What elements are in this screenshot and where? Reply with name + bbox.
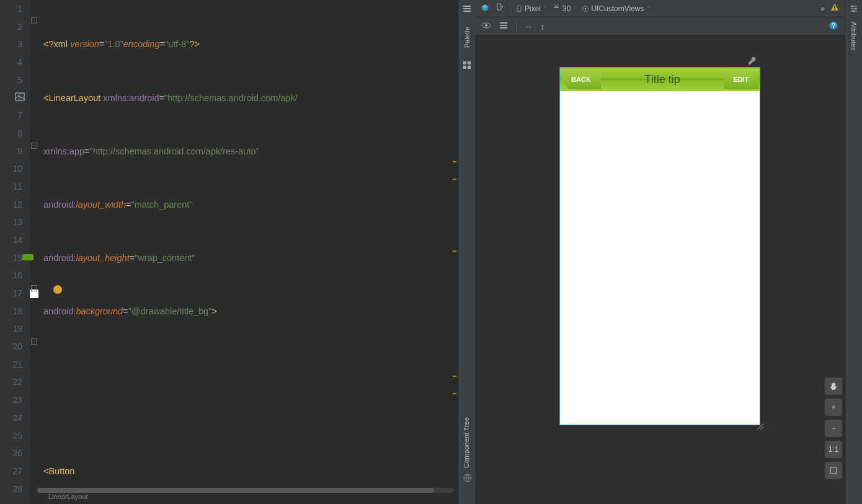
line-number: 15	[0, 249, 30, 267]
line-number: 17	[0, 285, 30, 303]
zoom-controls: + − 1:1	[825, 378, 842, 479]
design-view-toolbar: ↔ ↕ ?	[475, 17, 845, 36]
zoom-in-button[interactable]: +	[825, 399, 842, 416]
svg-rect-5	[497, 4, 501, 10]
svg-point-24	[851, 6, 853, 7]
device-preview[interactable]: BACK Title tip EDIT	[559, 67, 760, 425]
view-options-icon[interactable]	[481, 20, 491, 32]
design-surface-icon[interactable]	[480, 2, 490, 14]
breadcrumb[interactable]: LinearLayout	[0, 493, 458, 504]
svg-text:?: ?	[832, 22, 835, 29]
design-canvas[interactable]: BACK Title tip EDIT + − 1:1	[475, 36, 845, 504]
palette-label[interactable]: Palette	[463, 27, 471, 48]
svg-rect-1	[463, 61, 466, 64]
attributes-tool-strip: Attributes	[845, 0, 862, 504]
blueprint-icon[interactable]	[499, 20, 509, 32]
component-tree-tab[interactable]: Component Tree	[460, 390, 475, 489]
line-number: 12	[0, 196, 30, 214]
device-picker[interactable]: Pixel	[515, 4, 547, 14]
horizontal-arrows-icon[interactable]: ↔	[524, 22, 533, 32]
line-number: 27	[0, 462, 30, 480]
line-number: 24	[0, 409, 30, 427]
svg-rect-19	[500, 27, 507, 29]
line-gutter: 1 2 3 4 5 6 7 8 9 10 11 12 13 14 15 16 1…	[0, 0, 30, 504]
line-number: 22	[0, 373, 30, 391]
line-number: 3	[0, 35, 30, 53]
back-button[interactable]: BACK	[561, 69, 601, 89]
svg-point-26	[852, 11, 854, 12]
svg-rect-3	[463, 66, 466, 69]
line-number: 10	[0, 160, 30, 178]
edit-button[interactable]: EDIT	[724, 69, 758, 89]
resize-handle-icon[interactable]	[755, 420, 765, 430]
line-number: 19	[0, 320, 30, 338]
fold-column: − − − −	[30, 0, 40, 504]
line-number: 26	[0, 444, 30, 462]
svg-point-16	[485, 24, 487, 27]
help-icon[interactable]: ?	[829, 20, 838, 33]
api-picker[interactable]: 30	[552, 2, 577, 14]
fold-toggle[interactable]: −	[31, 338, 37, 345]
svg-rect-17	[500, 22, 507, 24]
line-number: 25	[0, 427, 30, 445]
svg-rect-22	[830, 467, 837, 474]
svg-point-25	[855, 8, 856, 10]
title-bar: BACK Title tip EDIT	[560, 68, 760, 91]
line-number: 11	[0, 178, 30, 196]
image-gutter-icon[interactable]	[15, 92, 25, 104]
warning-icon[interactable]	[830, 2, 840, 14]
fold-toggle[interactable]: −	[31, 17, 37, 24]
error-stripe[interactable]	[453, 0, 458, 504]
sliders-icon[interactable]	[849, 4, 859, 15]
line-number: 2	[0, 18, 30, 36]
line-number: 20	[0, 338, 30, 356]
orientation-icon[interactable]	[495, 2, 505, 14]
line-number: 21	[0, 356, 30, 374]
code-text-area[interactable]: <?xml version="1.0" encoding="utf-8"?> <…	[40, 0, 458, 504]
line-number: 13	[0, 213, 30, 231]
vertical-arrows-icon[interactable]: ↕	[540, 22, 544, 32]
line-number: 9	[0, 143, 30, 161]
zoom-out-button[interactable]: −	[825, 420, 842, 437]
line-number: 18	[0, 303, 30, 321]
svg-line-9	[554, 4, 555, 4]
line-number: 8	[0, 125, 30, 143]
zoom-fit-button[interactable]	[825, 462, 842, 479]
palette-icon[interactable]	[462, 4, 472, 15]
theme-picker[interactable]: UICustomViews	[582, 4, 650, 14]
globe-icon	[463, 473, 473, 485]
title-text: Title tip	[601, 73, 724, 86]
line-number: 16	[0, 267, 30, 285]
svg-line-10	[558, 4, 559, 4]
svg-rect-18	[500, 25, 507, 26]
svg-rect-4	[468, 66, 471, 69]
pan-tool-icon[interactable]	[825, 378, 842, 395]
more-actions[interactable]: »	[820, 4, 825, 13]
code-editor-pane[interactable]: 1 2 3 4 5 6 7 8 9 10 11 12 13 14 15 16 1…	[0, 0, 458, 504]
line-number: 4	[0, 53, 30, 71]
svg-rect-2	[468, 61, 471, 64]
design-preview-pane: Pixel 30 UICustomViews » ↔ ↕ ?	[475, 0, 845, 504]
svg-rect-13	[834, 6, 835, 9]
line-number: 7	[0, 107, 30, 125]
svg-point-12	[585, 7, 587, 9]
horizontal-scrollbar[interactable]	[37, 488, 454, 493]
fold-toggle[interactable]: −	[31, 285, 37, 291]
wrench-icon[interactable]	[747, 56, 757, 68]
line-number: 14	[0, 231, 30, 249]
line-number: 1	[0, 0, 30, 18]
svg-point-8	[557, 6, 558, 7]
zoom-ratio-button[interactable]: 1:1	[825, 441, 842, 458]
palette-settings-icon[interactable]	[462, 60, 472, 72]
fold-toggle[interactable]: −	[31, 143, 37, 149]
svg-rect-14	[834, 9, 835, 10]
design-toolbar: Pixel 30 UICustomViews »	[475, 0, 845, 17]
line-number: 23	[0, 391, 30, 409]
line-number: 5	[0, 71, 30, 89]
svg-rect-6	[517, 6, 521, 11]
attributes-label[interactable]: Attributes	[850, 22, 858, 50]
svg-point-7	[555, 6, 556, 7]
